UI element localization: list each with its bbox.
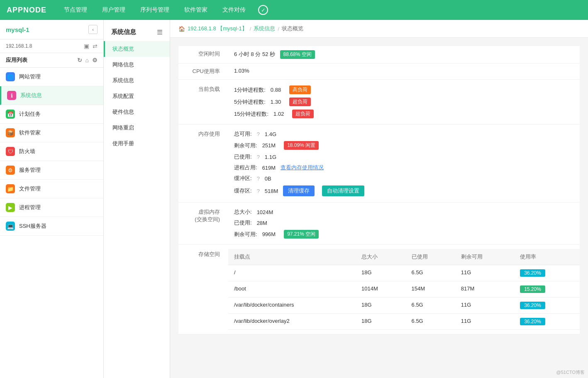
sidebar-header: mysql-1 ‹ [0,20,103,39]
settings-icon[interactable]: ⚙ [92,57,98,63]
clear-cache-button[interactable]: 清理缓存 [283,185,315,196]
mem-used-value: 1.1G [265,154,276,160]
nav-sys-config[interactable]: 系统配置 [104,88,170,104]
help-icon-used[interactable]: ? [257,154,260,160]
middle-nav: 系统信息 ☰ 状态概览 网络信息 系统信息 系统配置 硬件信息 网络重启 使用手… [104,20,170,378]
help-icon-total[interactable]: ? [257,131,260,137]
usage-rate: 15.20% [514,281,580,298]
ssh-icon: 💻 [6,222,15,231]
idle-badge: 88.68% 空闲 [280,50,315,59]
sidebar-item-software[interactable]: 📦 软件管家 [0,124,103,142]
schedule-label: 计划任务 [19,110,41,118]
nav-network-info[interactable]: 网络信息 [104,57,170,73]
used-size: 6.5G [406,265,455,281]
collapse-button[interactable]: ‹ [88,25,98,34]
mem-usage-link[interactable]: 查看内存使用情况 [281,164,324,171]
help-icon-buffer[interactable]: ? [257,176,260,182]
cpu-label: CPU使用率 [178,63,228,80]
usage-rate: 36.20% [514,314,580,330]
usage-rate: 36.20% [514,298,580,314]
mem-process-label: 进程占用: [234,164,257,171]
hamburger-icon[interactable]: ☰ [157,29,162,36]
total-size: 1014M [356,281,406,298]
usage-rate: 36.20% [514,265,580,281]
sidebar-item-sysinfo[interactable]: ℹ 系统信息 [0,86,103,105]
free-size: 817M [455,281,514,298]
nav-hardware-info[interactable]: 硬件信息 [104,104,170,120]
sidebar-item-firewall[interactable]: 🛡 防火墙 [0,142,103,161]
mem-total-value: 1.4G [265,131,276,137]
mem-free-label: 剩余可用: [234,142,257,149]
nav-serial-mgmt[interactable]: 序列号管理 [138,5,172,15]
sidebar-item-process[interactable]: ▶ 进程管理 [0,198,103,217]
breadcrumb-section[interactable]: 系统信息 [254,25,275,32]
nav-manual[interactable]: 使用手册 [104,136,170,151]
nav-status-overview[interactable]: 状态概览 [104,41,170,57]
sysinfo-label: 系统信息 [20,92,42,99]
layout: mysql-1 ‹ 192.168.1.8 ▣ ⇄ 应用列表 ↻ ⌂ ⚙ 🌐 网… [0,20,588,378]
storage-label: 存储空间 [178,245,228,334]
home-breadcrumb-icon: 🏠 [178,26,185,32]
mem-buffer-label: 缓冲区: [234,175,252,182]
mem-free: 剩余可用: 251M 18.09% 闲置 [234,139,574,151]
storage-row-3: /var/lib/docker/overlay2 18G 6.5G 11G 36… [228,314,580,330]
sidebar-item-schedule[interactable]: 📅 计划任务 [0,105,103,124]
applist-header: 应用列表 ↻ ⌂ ⚙ [0,53,103,68]
mem-free-value: 251M [262,142,276,149]
sidebar-item-filemanager[interactable]: 📁 文件管理 [0,180,103,198]
mem-process: 进程占用: 619M 查看内存使用情况 [234,162,574,173]
storage-content: 挂载点 总大小 已使用 剩余可用 使用率 / 18G 6.5G [228,245,580,334]
home-icon[interactable]: ⌂ [85,57,89,63]
nav-file-transfer[interactable]: 文件对传 [220,5,248,15]
breadcrumb-ip[interactable]: 192.168.1.8 【mysql-1】 [188,25,247,32]
mem-buffer: 缓冲区: ? 0B [234,173,574,184]
idle-time-label: 空闲时间 [178,46,228,63]
swap-free: 剩余可用: 996M 97.21% 空闲 [234,228,574,240]
load-1min-label: 1分钟进程数: [234,86,266,94]
load-1min-badge: 高负荷 [289,85,311,94]
sidebar-menu: 🌐 网站管理 ℹ 系统信息 📅 计划任务 📦 软件管家 🛡 防火墙 [0,68,103,378]
sidebar-item-service[interactable]: ⚙ 服务管理 [0,161,103,180]
nav-net-restart[interactable]: 网络重启 [104,120,170,136]
ssh-label: SSH服务器 [19,222,46,230]
total-size: 18G [356,265,406,281]
col-usage: 使用率 [514,249,580,265]
schedule-icon: 📅 [6,110,15,119]
sidebar-item-website[interactable]: 🌐 网站管理 [0,68,103,86]
col-used: 已使用 [406,249,455,265]
load-15min-value: 1.02 [273,111,284,117]
used-size: 154M [406,281,455,298]
sidebar-item-ssh[interactable]: 💻 SSH服务器 [0,217,103,236]
refresh-app-icon[interactable]: ↻ [77,57,82,63]
mem-used: 已使用: ? 1.1G [234,151,574,162]
load-15min-label: 15分钟进程数: [234,110,268,118]
check-icon[interactable]: ✓ [258,5,268,15]
nav-node-mgmt[interactable]: 节点管理 [61,5,90,15]
info-table: 空闲时间 6 小时 8 分 52 秒 88.68% 空闲 CPU使用率 1.03… [178,46,580,334]
terminal-icon[interactable]: ▣ [84,43,89,49]
auto-clear-button[interactable]: 自动清理设置 [322,185,364,196]
col-mount: 挂载点 [228,249,356,265]
swap-used-value: 28M [257,220,267,226]
free-size: 11G [455,265,514,281]
help-icon-cache[interactable]: ? [257,188,260,194]
breadcrumb: 🏠 192.168.1.8 【mysql-1】 / 系统信息 / 状态概览 [170,20,588,38]
mem-buffer-value: 0B [265,176,271,182]
service-icon: ⚙ [6,166,15,175]
refresh-icon[interactable]: ⇄ [93,43,98,49]
free-size: 11G [455,298,514,314]
mount-point: /var/lib/docker/overlay2 [228,314,356,330]
sidebar: mysql-1 ‹ 192.168.1.8 ▣ ⇄ 应用列表 ↻ ⌂ ⚙ 🌐 网… [0,20,104,378]
nav-sys-info[interactable]: 系统信息 [104,73,170,88]
storage-row-2: /var/lib/docker/containers 18G 6.5G 11G … [228,298,580,314]
load-5min-label: 5分钟进程数: [234,98,266,106]
status-table: 空闲时间 6 小时 8 分 52 秒 88.68% 空闲 CPU使用率 1.03… [178,46,580,334]
storage-table-header: 挂载点 总大小 已使用 剩余可用 使用率 [228,249,580,265]
sysinfo-icon: ℹ [7,91,16,100]
firewall-label: 防火墙 [19,148,35,155]
idle-time-row: 空闲时间 6 小时 8 分 52 秒 88.68% 空闲 [178,46,580,63]
memory-label: 内存使用 [178,124,228,202]
nav-software[interactable]: 软件管家 [182,5,210,15]
nav-user-mgmt[interactable]: 用户管理 [100,5,128,15]
used-size: 6.5G [406,314,455,330]
